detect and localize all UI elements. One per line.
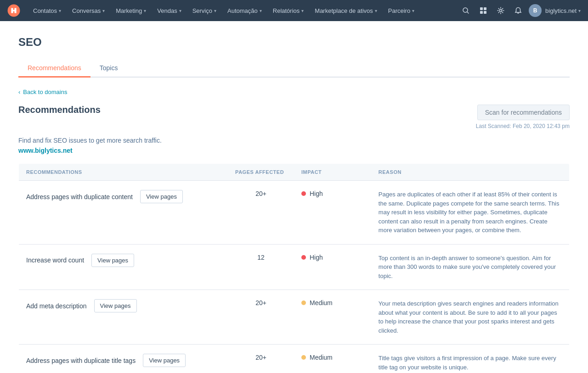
- chevron-down-icon: ▾: [59, 8, 61, 13]
- table-row: Increase word count View pages 12 High T…: [19, 244, 570, 290]
- notifications-icon[interactable]: [511, 4, 525, 17]
- svg-rect-5: [480, 11, 483, 14]
- page-container: SEO Recommendations Topics ‹ Back to dom…: [0, 21, 588, 373]
- table-row: Address pages with duplicate title tags …: [19, 345, 570, 373]
- nav-marketing[interactable]: Marketing ▾: [110, 0, 152, 21]
- rec-name-cell-2: Add meta description View pages: [19, 290, 228, 345]
- table-header: RECOMMENDATIONS PAGES AFFECTED IMPACT RE…: [19, 164, 570, 181]
- col-header-reason: REASON: [371, 164, 570, 181]
- pages-affected-cell-0: 20+: [228, 181, 294, 245]
- chevron-down-icon: ▾: [578, 8, 581, 13]
- rec-name-text: Address pages with duplicate content: [26, 193, 133, 200]
- chevron-down-icon: ▾: [214, 8, 216, 13]
- reason-cell-1: Top content is an in-depth answer to som…: [371, 244, 570, 290]
- nav-conversas[interactable]: Conversas ▾: [67, 0, 110, 21]
- scan-button[interactable]: Scan for recommendations: [477, 105, 570, 120]
- content-area: ‹ Back to domains Recommendations Scan f…: [18, 78, 570, 373]
- rec-name-text: Increase word count: [26, 256, 84, 264]
- scan-meta: Scan for recommendations Last Scanned: F…: [476, 105, 570, 129]
- top-navigation: Contatos ▾ Conversas ▾ Marketing ▾ Venda…: [0, 0, 588, 21]
- impact-label: Medium: [310, 299, 333, 306]
- svg-rect-4: [484, 7, 486, 10]
- impact-label: High: [310, 254, 323, 261]
- rec-name-text: Add meta description: [26, 302, 87, 310]
- pages-affected-cell-1: 12: [228, 244, 294, 290]
- nav-automacao[interactable]: Automação ▾: [222, 0, 267, 21]
- topnav-right-section: B biglytics.net ▾: [459, 4, 581, 17]
- domain-link[interactable]: www.biglytics.net: [18, 147, 570, 154]
- impact-dot: [301, 355, 306, 360]
- impact-label: Medium: [310, 354, 333, 361]
- avatar[interactable]: B: [529, 4, 542, 17]
- impact-dot: [301, 255, 306, 260]
- nav-items: Contatos ▾ Conversas ▾ Marketing ▾ Venda…: [28, 0, 459, 21]
- view-pages-button[interactable]: View pages: [91, 254, 134, 267]
- nav-contatos[interactable]: Contatos ▾: [28, 0, 67, 21]
- chevron-down-icon: ▾: [102, 8, 105, 13]
- recommendations-description: Find and fix SEO issues to get more sear…: [18, 137, 570, 144]
- nav-marketplace[interactable]: Marketplace de ativos ▾: [309, 0, 382, 21]
- chevron-down-icon: ▾: [375, 8, 377, 13]
- reason-text: Pages are duplicates of each other if at…: [379, 191, 560, 234]
- impact-dot: [301, 301, 306, 305]
- recommendations-table: RECOMMENDATIONS PAGES AFFECTED IMPACT RE…: [18, 163, 570, 373]
- hubspot-logo[interactable]: [7, 4, 20, 17]
- back-to-domains-link[interactable]: ‹ Back to domains: [18, 89, 570, 95]
- chevron-down-icon: ▾: [179, 8, 181, 13]
- tabs-bar: Recommendations Topics: [18, 60, 570, 78]
- reason-text: Title tags give visitors a first impress…: [379, 355, 556, 371]
- view-pages-button[interactable]: View pages: [143, 354, 186, 367]
- svg-line-2: [467, 12, 469, 13]
- rec-name-text: Address pages with duplicate title tags: [26, 357, 136, 364]
- chevron-down-icon: ▾: [412, 8, 414, 13]
- col-header-recommendations: RECOMMENDATIONS: [19, 164, 228, 181]
- impact-cell-0: High: [294, 181, 371, 245]
- table-row: Add meta description View pages 20+ Medi…: [19, 290, 570, 345]
- chevron-down-icon: ▾: [301, 8, 304, 13]
- nav-parceiro[interactable]: Parceiro ▾: [383, 0, 420, 21]
- impact-cell-3: Medium: [294, 345, 371, 373]
- svg-point-7: [500, 10, 502, 12]
- col-header-impact: IMPACT: [294, 164, 371, 181]
- reason-cell-0: Pages are duplicates of each other if at…: [371, 181, 570, 245]
- nav-relatorios[interactable]: Relatórios ▾: [267, 0, 310, 21]
- recommendations-title: Recommendations: [18, 105, 101, 115]
- impact-label: High: [310, 190, 323, 197]
- nav-vendas[interactable]: Vendas ▾: [152, 0, 187, 21]
- table-row: Address pages with duplicate content Vie…: [19, 181, 570, 245]
- table-body: Address pages with duplicate content Vie…: [19, 181, 570, 373]
- settings-icon[interactable]: [494, 4, 508, 17]
- nav-servico[interactable]: Serviço ▾: [187, 0, 222, 21]
- rec-name-cell-1: Increase word count View pages: [19, 244, 228, 290]
- pages-affected-cell-2: 20+: [228, 290, 294, 345]
- view-pages-button[interactable]: View pages: [140, 190, 183, 203]
- rec-name-cell-0: Address pages with duplicate content Vie…: [19, 181, 228, 245]
- chevron-down-icon: ▾: [260, 8, 262, 13]
- chevron-left-icon: ‹: [18, 89, 20, 95]
- reason-cell-2: Your meta description gives search engin…: [371, 290, 570, 345]
- svg-rect-3: [480, 7, 483, 10]
- impact-cell-1: High: [294, 244, 371, 290]
- reason-text: Top content is an in-depth answer to som…: [379, 255, 556, 279]
- reason-text: Your meta description gives search engin…: [379, 300, 559, 334]
- apps-icon[interactable]: [476, 4, 490, 17]
- pages-affected-cell-3: 20+: [228, 345, 294, 373]
- page-title: SEO: [18, 36, 570, 49]
- col-header-pages: PAGES AFFECTED: [228, 164, 294, 181]
- search-icon[interactable]: [459, 4, 473, 17]
- impact-dot: [301, 191, 306, 196]
- username-display[interactable]: biglytics.net ▾: [545, 7, 581, 14]
- view-pages-button[interactable]: View pages: [94, 299, 137, 312]
- impact-cell-2: Medium: [294, 290, 371, 345]
- svg-rect-6: [484, 11, 486, 14]
- recommendations-header: Recommendations Scan for recommendations…: [18, 105, 570, 129]
- reason-cell-3: Title tags give visitors a first impress…: [371, 345, 570, 373]
- tab-topics[interactable]: Topics: [90, 60, 127, 78]
- chevron-down-icon: ▾: [144, 8, 146, 13]
- tab-recommendations[interactable]: Recommendations: [18, 60, 90, 78]
- rec-name-cell-3: Address pages with duplicate title tags …: [19, 345, 228, 373]
- last-scanned-text: Last Scanned: Feb 20, 2020 12:43 pm: [476, 123, 570, 129]
